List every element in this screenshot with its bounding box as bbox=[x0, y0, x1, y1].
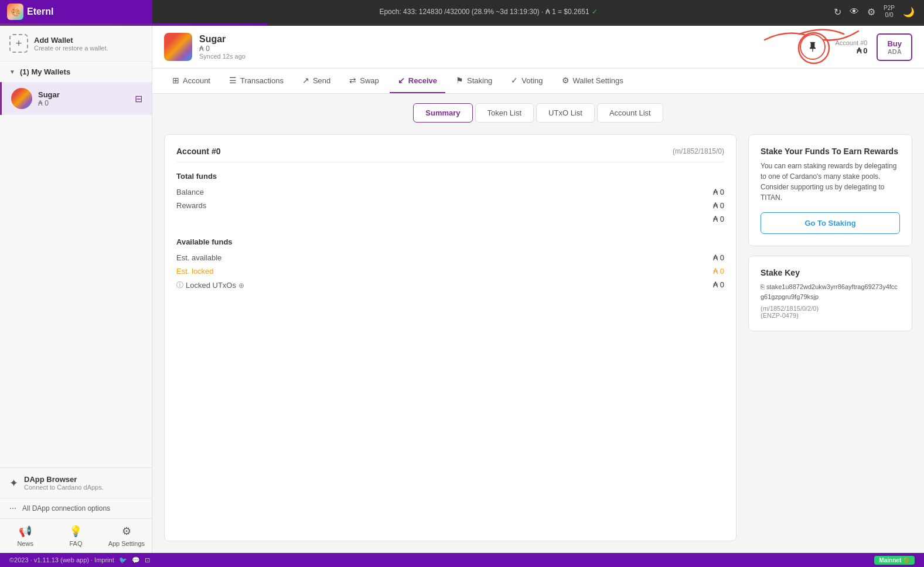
sub-tab-account-list[interactable]: Account List bbox=[597, 103, 663, 123]
add-wallet-button[interactable]: + Add Wallet Create or restore a wallet. bbox=[0, 26, 152, 62]
locked-utxos-amount: ₳ 0 bbox=[713, 280, 724, 290]
tab-transactions[interactable]: ☰ Transactions bbox=[221, 69, 292, 93]
logo-icon: 🎨 bbox=[7, 4, 23, 20]
rewards-amount: ₳ 0 bbox=[713, 201, 724, 210]
sub-tab-utxo-list[interactable]: UTxO List bbox=[536, 103, 595, 123]
main-content: Account #0 (m/1852/1815/0) Total funds B… bbox=[152, 123, 924, 553]
go-staking-button[interactable]: Go To Staking bbox=[761, 212, 900, 234]
app-settings-label: App Settings bbox=[108, 540, 145, 547]
voting-tab-label: Voting bbox=[521, 76, 543, 85]
send-tab-label: Send bbox=[313, 76, 330, 85]
rewards-row: Rewards ₳ 0 bbox=[176, 199, 724, 212]
epoch-info: Epoch: 433: 124830 /432000 (28.9% ~3d 13… bbox=[152, 0, 824, 23]
twitter-icon[interactable]: 🐦 bbox=[119, 556, 127, 564]
stake-description: You can earn staking rewards by delegati… bbox=[761, 161, 900, 203]
news-icon: 📢 bbox=[19, 525, 32, 538]
wallet-item-sugar[interactable]: Sugar ₳ 0 ⊟ bbox=[0, 82, 152, 115]
locked-info-icon-right[interactable]: ⊕ bbox=[238, 281, 244, 290]
footer: ©2023 · v1.11.13 (web app) · Imprint 🐦 💬… bbox=[0, 553, 924, 567]
tab-account[interactable]: ⊞ Account bbox=[164, 69, 219, 93]
copy-icon[interactable]: ⎘ bbox=[761, 283, 765, 290]
refresh-icon[interactable]: ↻ bbox=[834, 6, 841, 18]
stake-title: Stake Your Funds To Earn Rewards bbox=[761, 147, 900, 156]
github-icon[interactable]: ⊡ bbox=[145, 556, 150, 564]
my-wallets-header[interactable]: ▼ (1) My Wallets bbox=[0, 62, 152, 82]
est-locked-row: Est. locked ₳ 0 bbox=[176, 264, 724, 278]
available-funds-title: Available funds bbox=[176, 237, 724, 246]
wallet-avatar bbox=[11, 88, 32, 109]
total-amount: ₳ 0 bbox=[713, 215, 724, 223]
locked-utxos-info: ⓘ Locked UTxOs ⊕ bbox=[176, 280, 244, 290]
account-balance: ₳ 0 bbox=[835, 46, 867, 55]
wallet-info: Sugar ₳ 0 bbox=[38, 90, 129, 107]
theme-icon[interactable]: 🌙 bbox=[903, 6, 915, 18]
wallet-sync-icon: ⊟ bbox=[135, 93, 142, 104]
wallet-header-right: Account #0 ₳ 0 Buy ADA bbox=[800, 33, 912, 61]
dapp-browser-button[interactable]: ✦ DApp Browser Connect to Cardano dApps. bbox=[0, 468, 152, 498]
sub-tab-token-list[interactable]: Token List bbox=[475, 103, 534, 123]
wallet-header-name: Sugar bbox=[199, 34, 246, 45]
account-number-display: Account #0 ₳ 0 bbox=[835, 39, 867, 55]
main-layout: + Add Wallet Create or restore a wallet.… bbox=[0, 26, 924, 553]
est-available-amount: ₳ 0 bbox=[713, 253, 724, 262]
stake-key-path: (m/1852/1815/0/2/0) bbox=[761, 305, 900, 312]
wallet-header: Sugar ₳ 0 Synced 12s ago bbox=[152, 26, 924, 69]
header-avatar-image bbox=[164, 33, 192, 61]
available-funds-section: Available funds Est. available ₳ 0 Est. … bbox=[176, 237, 724, 293]
content-area: Sugar ₳ 0 Synced 12s ago bbox=[152, 26, 924, 553]
epoch-text: Epoch: 433: 124830 /432000 (28.9% ~3d 13… bbox=[379, 8, 589, 16]
eye-icon[interactable]: 👁 bbox=[850, 6, 859, 17]
buy-label: Buy bbox=[887, 39, 902, 48]
nav-app-settings[interactable]: ⚙ App Settings bbox=[101, 519, 152, 553]
nav-news[interactable]: 📢 News bbox=[0, 519, 50, 553]
locked-info-icon-left[interactable]: ⓘ bbox=[176, 280, 183, 290]
balance-row: Balance ₳ 0 bbox=[176, 185, 724, 199]
account-section-header: Account #0 (m/1852/1815/0) bbox=[176, 147, 724, 162]
balance-amount: ₳ 0 bbox=[713, 188, 724, 196]
chevron-icon: ▼ bbox=[9, 69, 15, 75]
footer-copyright: ©2023 · v1.11.13 (web app) · Imprint bbox=[9, 556, 114, 563]
add-wallet-text: Add Wallet Create or restore a wallet. bbox=[34, 36, 142, 52]
nav-faq[interactable]: 💡 FAQ bbox=[50, 519, 101, 553]
est-available-row: Est. available ₳ 0 bbox=[176, 251, 724, 264]
buy-ada-button[interactable]: Buy ADA bbox=[877, 33, 912, 61]
tab-swap[interactable]: ⇄ Swap bbox=[341, 69, 387, 93]
pin-button[interactable] bbox=[800, 34, 826, 60]
all-dapp-connection-button[interactable]: ⋯ All DApp connection options bbox=[0, 498, 152, 518]
faq-label: FAQ bbox=[69, 540, 82, 547]
add-wallet-icon: + bbox=[9, 34, 28, 53]
est-locked-label: Est. locked bbox=[176, 267, 214, 276]
top-bar-actions: ↻ 👁 ⚙ P2P 0/0 🌙 bbox=[824, 0, 924, 23]
tab-receive[interactable]: ↙ Receive bbox=[390, 69, 445, 93]
wallet-settings-tab-label: Wallet Settings bbox=[573, 76, 623, 85]
dapp-browser-title: DApp Browser bbox=[24, 475, 104, 484]
app-name: Eternl bbox=[27, 6, 53, 17]
account-tab-label: Account bbox=[183, 76, 210, 85]
sync-status-dot: ✓ bbox=[592, 8, 598, 16]
p2p-badge: P2P 0/0 bbox=[884, 5, 895, 19]
top-bar-logo-area: 🎨 Eternl bbox=[0, 0, 152, 23]
tab-voting[interactable]: ✓ Voting bbox=[503, 69, 551, 93]
account-tab-icon: ⊞ bbox=[172, 76, 179, 85]
footer-left: ©2023 · v1.11.13 (web app) · Imprint 🐦 💬… bbox=[9, 556, 150, 564]
sub-tab-summary[interactable]: Summary bbox=[413, 103, 472, 123]
transactions-tab-label: Transactions bbox=[240, 76, 284, 85]
wallet-header-balance: ₳ 0 bbox=[199, 45, 246, 53]
stake-section: Stake Your Funds To Earn Rewards You can… bbox=[748, 134, 912, 541]
p2p-count: 0/0 bbox=[885, 12, 894, 19]
stake-key-text: stake1u8872wd2ukw3yrr86ayftrag69273y4fcc… bbox=[761, 283, 898, 300]
sidebar-footer: ✦ DApp Browser Connect to Cardano dApps.… bbox=[0, 467, 152, 553]
total-funds-title: Total funds bbox=[176, 172, 724, 181]
account-label: Account #0 bbox=[835, 39, 867, 46]
sub-tabs: Summary Token List UTxO List Account Lis… bbox=[152, 94, 924, 123]
tab-send[interactable]: ↗ Send bbox=[294, 69, 339, 93]
tab-wallet-settings[interactable]: ⚙ Wallet Settings bbox=[554, 69, 632, 93]
discord-icon[interactable]: 💬 bbox=[132, 556, 140, 564]
news-label: News bbox=[17, 540, 33, 547]
tab-staking[interactable]: ⚑ Staking bbox=[448, 69, 500, 93]
settings-icon[interactable]: ⚙ bbox=[867, 6, 875, 18]
total-funds-section: Total funds Balance ₳ 0 Rewards ₳ 0 ₳ 0 bbox=[176, 172, 724, 226]
voting-tab-icon: ✓ bbox=[511, 76, 518, 85]
add-wallet-title: Add Wallet bbox=[34, 36, 142, 45]
wallet-name: Sugar bbox=[38, 90, 129, 99]
